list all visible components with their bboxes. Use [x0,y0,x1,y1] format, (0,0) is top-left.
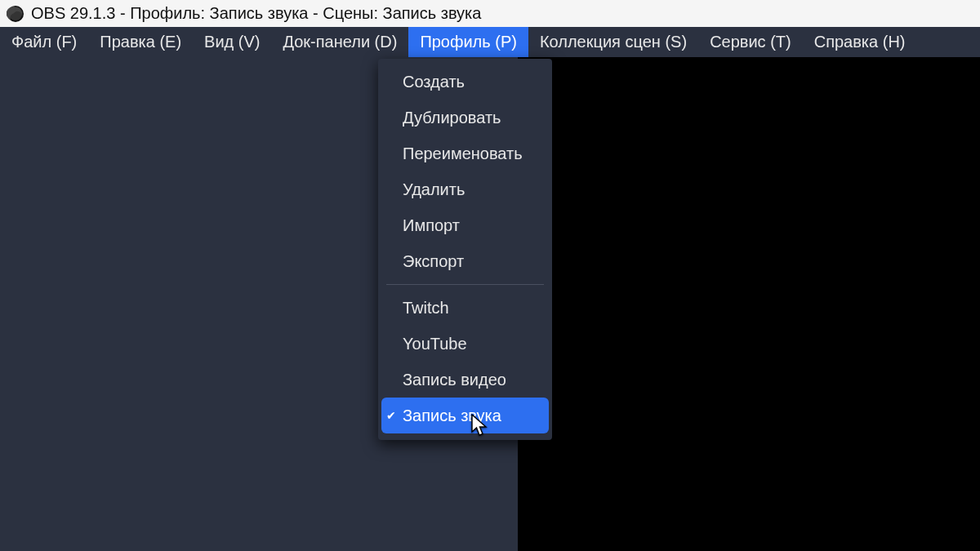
menu-view[interactable]: Вид (V) [193,27,271,57]
menu-item-new[interactable]: Создать [378,64,552,100]
menu-item-rename[interactable]: Переименовать [378,136,552,171]
menu-docks[interactable]: Док-панели (D) [271,27,408,57]
preview-area [518,57,980,551]
menu-scene-collection[interactable]: Коллекция сцен (S) [528,27,698,57]
menu-help[interactable]: Справка (H) [803,27,917,57]
workspace: Создать Дублировать Переименовать Удалит… [0,57,980,551]
menu-edit[interactable]: Правка (E) [88,27,193,57]
menu-bar: Файл (F) Правка (E) Вид (V) Док-панели (… [0,27,980,57]
profile-item-twitch[interactable]: Twitch [378,290,552,326]
profile-dropdown: Создать Дублировать Переименовать Удалит… [378,59,552,440]
menu-separator [386,284,544,285]
menu-item-import[interactable]: Импорт [378,207,552,243]
menu-item-export[interactable]: Экспорт [378,243,552,279]
menu-file[interactable]: Файл (F) [0,27,88,57]
profile-item-audio-label: Запись звука [403,407,501,425]
obs-app-icon [7,5,24,23]
window-title: OBS 29.1.3 - Профиль: Запись звука - Сце… [31,4,481,23]
menu-tools[interactable]: Сервис (T) [698,27,803,57]
menu-item-delete[interactable]: Удалить [378,171,552,207]
menu-item-duplicate[interactable]: Дублировать [378,100,552,136]
profile-item-video[interactable]: Запись видео [378,362,552,398]
profile-item-youtube[interactable]: YouTube [378,326,552,362]
menu-profile[interactable]: Профиль (P) [408,27,528,57]
window-titlebar: OBS 29.1.3 - Профиль: Запись звука - Сце… [0,0,980,27]
profile-item-audio[interactable]: ✔ Запись звука [381,398,549,433]
check-icon: ✔ [386,409,396,422]
